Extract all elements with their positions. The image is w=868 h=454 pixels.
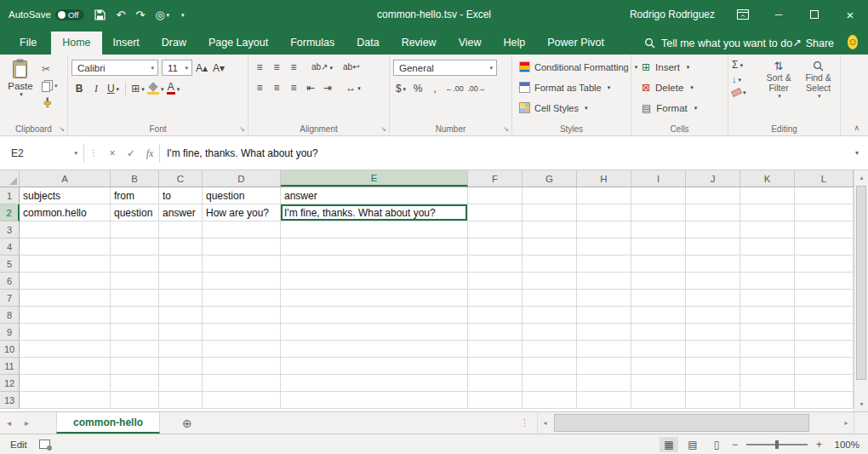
row-header-12[interactable]: 12 bbox=[0, 375, 20, 392]
cell-F13[interactable] bbox=[468, 392, 523, 409]
cell-B5[interactable] bbox=[111, 256, 159, 273]
cell-I11[interactable] bbox=[631, 358, 686, 375]
page-layout-view-button[interactable]: ▤ bbox=[683, 437, 702, 452]
cell-A9[interactable] bbox=[20, 324, 111, 341]
cell-G1[interactable] bbox=[523, 187, 577, 204]
name-box[interactable]: E2▾ bbox=[0, 136, 83, 170]
column-header-L[interactable]: L bbox=[795, 170, 854, 187]
decrease-font-size-button[interactable]: A▾ bbox=[211, 60, 226, 76]
cell-H10[interactable] bbox=[577, 341, 631, 358]
cell-G6[interactable] bbox=[523, 273, 577, 290]
cell-D12[interactable] bbox=[203, 375, 281, 392]
cell-A2[interactable]: common.hello bbox=[20, 204, 111, 221]
row-header-6[interactable]: 6 bbox=[0, 273, 20, 290]
column-header-I[interactable]: I bbox=[631, 170, 686, 187]
cell-D13[interactable] bbox=[203, 392, 281, 409]
undo-button[interactable]: ↶ bbox=[116, 9, 125, 20]
row-header-10[interactable]: 10 bbox=[0, 341, 20, 358]
ribbon-tab-home[interactable]: Home bbox=[51, 32, 101, 55]
cell-L5[interactable] bbox=[795, 256, 854, 273]
cell-K7[interactable] bbox=[740, 290, 795, 307]
underline-button[interactable]: U▾ bbox=[106, 81, 121, 96]
align-right-button[interactable]: ≡ bbox=[286, 80, 301, 95]
ribbon-tab-view[interactable]: View bbox=[448, 32, 493, 55]
row-header-7[interactable]: 7 bbox=[0, 290, 20, 307]
cell-C4[interactable] bbox=[159, 238, 203, 256]
cell-F12[interactable] bbox=[468, 375, 523, 392]
horizontal-scroll-thumb[interactable] bbox=[554, 414, 809, 432]
cell-C6[interactable] bbox=[159, 273, 203, 290]
cell-C9[interactable] bbox=[159, 324, 203, 341]
cell-L13[interactable] bbox=[795, 392, 854, 409]
cell-H4[interactable] bbox=[577, 238, 631, 256]
cell-B3[interactable] bbox=[111, 221, 159, 238]
cell-I6[interactable] bbox=[631, 273, 686, 290]
cell-G7[interactable] bbox=[523, 290, 577, 307]
horizontal-scrollbar[interactable]: ◂ ▸ bbox=[537, 412, 854, 434]
cell-J4[interactable] bbox=[686, 238, 740, 256]
feedback-smiley-button[interactable]: ☺ bbox=[848, 35, 858, 49]
increase-indent-button[interactable]: ⇥ bbox=[320, 80, 335, 95]
decrease-indent-button[interactable]: ⇤ bbox=[303, 80, 318, 95]
cell-L7[interactable] bbox=[795, 290, 854, 307]
cell-G5[interactable] bbox=[523, 256, 577, 273]
cell-H7[interactable] bbox=[577, 290, 631, 307]
cell-H5[interactable] bbox=[577, 256, 631, 273]
row-header-1[interactable]: 1 bbox=[0, 187, 20, 204]
italic-button[interactable]: I bbox=[89, 81, 104, 96]
close-button[interactable]: × bbox=[832, 0, 868, 29]
cut-button[interactable]: ✂ bbox=[42, 63, 58, 74]
cell-E8[interactable] bbox=[281, 307, 468, 324]
cell-C10[interactable] bbox=[159, 341, 203, 358]
cell-K10[interactable] bbox=[740, 341, 795, 358]
cell-D10[interactable] bbox=[203, 341, 281, 358]
cell-K3[interactable] bbox=[740, 221, 795, 238]
insert-function-button[interactable]: fx bbox=[140, 148, 159, 158]
cell-C8[interactable] bbox=[159, 307, 203, 324]
ribbon-tab-draw[interactable]: Draw bbox=[151, 32, 197, 55]
vertical-scroll-thumb[interactable] bbox=[856, 186, 866, 380]
cell-H8[interactable] bbox=[577, 307, 631, 324]
row-header-9[interactable]: 9 bbox=[0, 324, 20, 341]
cell-H6[interactable] bbox=[577, 273, 631, 290]
column-header-K[interactable]: K bbox=[740, 170, 795, 187]
cell-K9[interactable] bbox=[740, 324, 795, 341]
cell-L3[interactable] bbox=[795, 221, 854, 238]
cell-B12[interactable] bbox=[111, 375, 159, 392]
cell-J10[interactable] bbox=[686, 341, 740, 358]
cell-I2[interactable] bbox=[631, 204, 686, 221]
row-header-3[interactable]: 3 bbox=[0, 221, 20, 238]
cell-H11[interactable] bbox=[577, 358, 631, 375]
cell-E11[interactable] bbox=[281, 358, 468, 375]
align-center-button[interactable]: ≡ bbox=[269, 80, 284, 95]
column-header-C[interactable]: C bbox=[159, 170, 203, 187]
ribbon-display-options-button[interactable] bbox=[725, 0, 761, 29]
alignment-dialog-launcher[interactable]: ↘ bbox=[380, 126, 386, 133]
cell-B2[interactable]: question bbox=[111, 204, 159, 221]
align-top-button[interactable]: ≡ bbox=[252, 60, 267, 75]
cell-K8[interactable] bbox=[740, 307, 795, 324]
zoom-in-button[interactable]: + bbox=[816, 440, 822, 450]
cell-H1[interactable] bbox=[577, 187, 631, 204]
paste-button[interactable]: Paste ▾ bbox=[3, 57, 37, 108]
cell-I4[interactable] bbox=[631, 238, 686, 256]
ribbon-tab-formulas[interactable]: Formulas bbox=[279, 32, 345, 55]
borders-button[interactable]: ⊞▾ bbox=[130, 81, 146, 96]
cell-G3[interactable] bbox=[523, 221, 577, 238]
cell-B13[interactable] bbox=[111, 392, 159, 409]
cell-H3[interactable] bbox=[577, 221, 631, 238]
row-header-2[interactable]: 2 bbox=[0, 204, 20, 221]
font-dialog-launcher[interactable]: ↘ bbox=[239, 126, 245, 133]
sheet-bar-resize-handle[interactable]: ⋮ bbox=[512, 412, 537, 434]
cell-I7[interactable] bbox=[631, 290, 686, 307]
fill-color-button[interactable]: ▾ bbox=[147, 81, 164, 96]
ribbon-tab-review[interactable]: Review bbox=[391, 32, 448, 55]
qat-customize-button[interactable]: ▾ bbox=[181, 12, 185, 18]
zoom-out-button[interactable]: − bbox=[732, 440, 738, 450]
cell-E2[interactable]: I'm fine, thanks. What about you? bbox=[281, 204, 468, 221]
cell-B9[interactable] bbox=[111, 324, 159, 341]
cell-K13[interactable] bbox=[740, 392, 795, 409]
cell-F7[interactable] bbox=[468, 290, 523, 307]
cell-A1[interactable]: subjects bbox=[20, 187, 111, 204]
sheet-nav-right-button[interactable]: ▸ bbox=[18, 412, 36, 434]
